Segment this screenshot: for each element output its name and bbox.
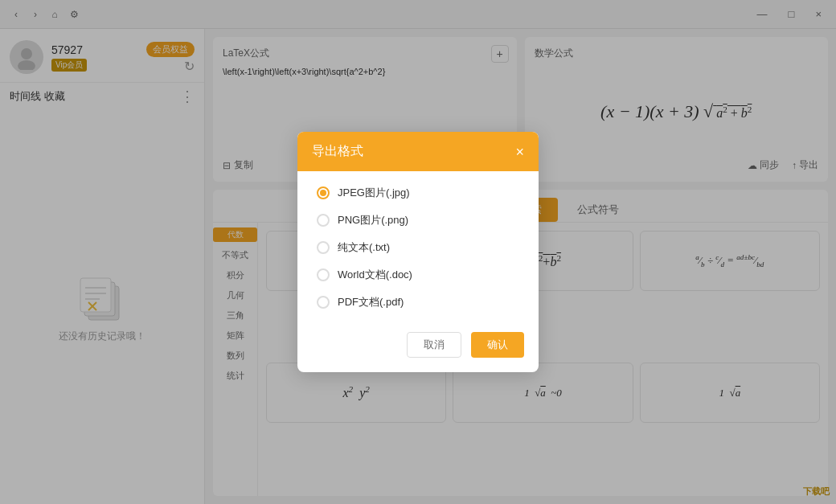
export-format-modal: 导出格式 × JPEG图片(.jpg) PNG图片(.png) 纯文本(.txt… — [297, 132, 539, 372]
cancel-button[interactable]: 取消 — [407, 332, 461, 358]
radio-pdf-label: PDF文档(.pdf) — [338, 295, 404, 309]
radio-doc-label: World文档(.doc) — [338, 268, 412, 282]
radio-jpeg-label: JPEG图片(.jpg) — [338, 186, 410, 200]
radio-option-pdf[interactable]: PDF文档(.pdf) — [317, 295, 519, 309]
radio-txt-circle — [317, 241, 330, 254]
radio-option-doc[interactable]: World文档(.doc) — [317, 268, 519, 282]
radio-txt-label: 纯文本(.txt) — [338, 240, 390, 255]
modal-overlay[interactable]: 导出格式 × JPEG图片(.jpg) PNG图片(.png) 纯文本(.txt… — [0, 0, 836, 504]
radio-option-txt[interactable]: 纯文本(.txt) — [317, 240, 519, 255]
confirm-button[interactable]: 确认 — [471, 332, 524, 358]
radio-png-label: PNG图片(.png) — [338, 213, 408, 227]
radio-png-circle — [317, 214, 330, 227]
modal-body: JPEG图片(.jpg) PNG图片(.png) 纯文本(.txt) World… — [297, 171, 539, 324]
modal-title: 导出格式 — [312, 143, 363, 160]
radio-jpeg-circle — [317, 186, 330, 199]
radio-option-jpeg[interactable]: JPEG图片(.jpg) — [317, 186, 519, 200]
modal-footer: 取消 确认 — [297, 324, 539, 372]
radio-option-png[interactable]: PNG图片(.png) — [317, 213, 519, 227]
radio-pdf-circle — [317, 296, 330, 309]
modal-close-button[interactable]: × — [515, 145, 524, 159]
radio-doc-circle — [317, 268, 330, 281]
modal-header: 导出格式 × — [297, 132, 539, 171]
